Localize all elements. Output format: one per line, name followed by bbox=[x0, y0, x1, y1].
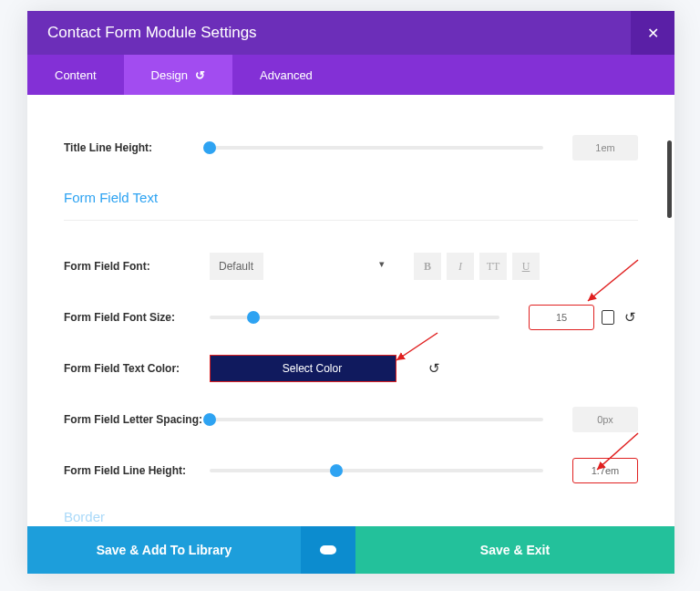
reset-icon[interactable]: ↺ bbox=[622, 309, 638, 326]
close-button[interactable]: ✕ bbox=[631, 11, 674, 55]
row-text-color: Form Field Text Color: Select Color ↺ bbox=[64, 343, 638, 394]
underline-button[interactable]: U bbox=[512, 253, 540, 280]
tab-advanced[interactable]: Advanced bbox=[232, 55, 340, 95]
modal-header: Contact Form Module Settings ✕ bbox=[27, 11, 674, 55]
slider-thumb[interactable] bbox=[203, 413, 216, 426]
label-title-line-height: Title Line Height: bbox=[64, 141, 210, 154]
value-letter-spacing[interactable]: 0px bbox=[572, 407, 638, 432]
label-text-color: Form Field Text Color: bbox=[64, 362, 210, 375]
value-font-size[interactable]: 15 bbox=[529, 305, 594, 330]
save-exit-button[interactable]: Save & Exit bbox=[355, 526, 674, 574]
color-picker[interactable]: Select Color bbox=[210, 355, 396, 382]
tab-content[interactable]: Content bbox=[27, 55, 124, 95]
tab-design[interactable]: Design ↺ bbox=[124, 55, 232, 95]
slider-line-height[interactable] bbox=[210, 469, 543, 472]
slider-thumb[interactable] bbox=[247, 311, 260, 324]
modal-footer: Save & Add To Library Save & Exit bbox=[27, 526, 674, 574]
slider-title-line-height[interactable] bbox=[210, 146, 543, 150]
row-font-size: Form Field Font Size: 15 ↺ bbox=[64, 292, 638, 343]
color-select-label: Select Color bbox=[229, 362, 396, 375]
color-swatch bbox=[211, 356, 229, 381]
italic-button[interactable]: I bbox=[447, 253, 474, 280]
reset-icon[interactable]: ↺ bbox=[426, 360, 442, 377]
bold-button[interactable]: B bbox=[414, 253, 441, 280]
reset-icon[interactable]: ↺ bbox=[195, 68, 205, 82]
slider-thumb[interactable] bbox=[330, 464, 343, 477]
value-title-line-height[interactable]: 1em bbox=[572, 135, 638, 161]
scrollbar[interactable] bbox=[667, 140, 672, 218]
modal: Contact Form Module Settings ✕ Content D… bbox=[27, 11, 674, 574]
settings-panel[interactable]: Title Line Height: 1em Form Field Text F… bbox=[27, 95, 674, 526]
select-font[interactable]: Default bbox=[210, 253, 263, 280]
tabs: Content Design ↺ Advanced bbox=[27, 55, 674, 95]
label-font-size: Form Field Font Size: bbox=[64, 311, 210, 324]
label-letter-spacing: Form Field Letter Spacing: bbox=[64, 413, 210, 426]
slider-thumb[interactable] bbox=[203, 141, 216, 154]
section-form-field-text[interactable]: Form Field Text bbox=[64, 190, 638, 221]
device-icon[interactable] bbox=[602, 310, 614, 325]
section-border[interactable]: Border bbox=[64, 509, 638, 524]
row-letter-spacing: Form Field Letter Spacing: 0px bbox=[64, 394, 638, 445]
label-line-height: Form Field Line Height: bbox=[64, 464, 210, 477]
preview-button[interactable] bbox=[301, 526, 355, 574]
save-to-library-button[interactable]: Save & Add To Library bbox=[27, 526, 301, 574]
eye-icon bbox=[320, 545, 336, 555]
row-title-line-height: Title Line Height: 1em bbox=[64, 122, 638, 173]
uppercase-button[interactable]: TT bbox=[479, 253, 507, 280]
close-icon: ✕ bbox=[647, 25, 659, 42]
value-line-height[interactable]: 1.7em bbox=[572, 458, 638, 483]
modal-title: Contact Form Module Settings bbox=[27, 24, 631, 42]
label-font: Form Field Font: bbox=[64, 260, 210, 273]
row-line-height: Form Field Line Height: 1.7em bbox=[64, 445, 638, 496]
slider-font-size[interactable] bbox=[210, 316, 499, 319]
row-font: Form Field Font: Default B I TT U bbox=[64, 241, 638, 292]
slider-letter-spacing[interactable] bbox=[210, 418, 543, 421]
